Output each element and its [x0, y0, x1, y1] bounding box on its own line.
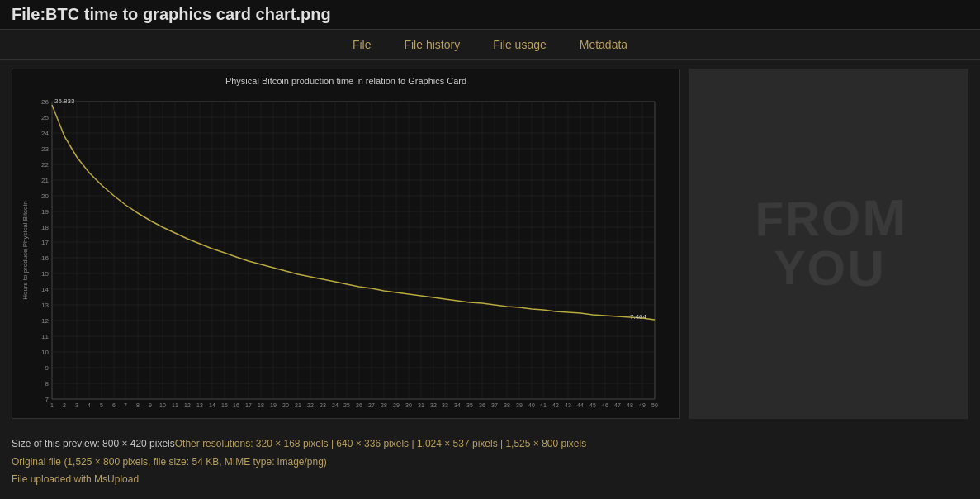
svg-text:30: 30 — [405, 402, 412, 408]
resolution-link-2[interactable]: 640 × 336 pixels — [336, 438, 409, 449]
resolution-link-1[interactable]: 320 × 168 pixels — [256, 438, 329, 449]
svg-text:10: 10 — [41, 349, 49, 356]
original-file-link[interactable]: Original file — [12, 456, 61, 468]
svg-text:25: 25 — [41, 114, 49, 121]
svg-text:14: 14 — [41, 286, 49, 293]
svg-text:23: 23 — [41, 145, 49, 153]
preview-info-line: Size of this preview: 800 × 420 pixelsOt… — [12, 435, 968, 454]
file-info: Size of this preview: 800 × 420 pixelsOt… — [0, 427, 980, 497]
svg-text:7: 7 — [45, 396, 50, 403]
svg-text:33: 33 — [442, 402, 448, 408]
svg-text:6: 6 — [112, 402, 116, 408]
svg-text:16: 16 — [41, 254, 49, 262]
svg-text:9: 9 — [45, 364, 50, 372]
svg-text:26: 26 — [356, 402, 362, 408]
preview-label: Size of this preview: — [12, 438, 102, 449]
svg-text:12: 12 — [41, 317, 49, 325]
svg-text:Number of Graphics Cards: Number of Graphics Cards — [314, 410, 392, 411]
svg-text:23: 23 — [320, 402, 326, 408]
svg-text:1: 1 — [50, 402, 54, 408]
svg-text:3: 3 — [75, 402, 78, 408]
svg-text:14: 14 — [209, 402, 215, 408]
svg-text:8: 8 — [136, 402, 140, 408]
original-file-line: Original file (1,525 × 800 pixels, file … — [12, 454, 968, 472]
svg-text:21: 21 — [295, 402, 301, 408]
tab-file-usage[interactable]: File usage — [493, 38, 547, 51]
page-title: File:BTC time to graphics card chart.png — [12, 5, 968, 24]
svg-text:43: 43 — [565, 402, 571, 408]
svg-text:20: 20 — [282, 402, 289, 408]
svg-text:37: 37 — [491, 402, 498, 408]
svg-text:46: 46 — [602, 402, 608, 408]
svg-text:18: 18 — [41, 224, 49, 231]
resolution-link-4[interactable]: 1,525 × 800 pixels — [505, 438, 586, 449]
svg-text:42: 42 — [552, 402, 559, 408]
svg-text:47: 47 — [614, 402, 621, 408]
svg-text:22: 22 — [41, 161, 49, 169]
svg-text:38: 38 — [504, 402, 510, 408]
svg-text:44: 44 — [577, 402, 584, 408]
svg-text:31: 31 — [418, 402, 424, 408]
chart-container: 7 8 9 10 11 12 13 14 15 16 17 18 19 20 2… — [19, 89, 663, 411]
svg-text:15: 15 — [41, 270, 49, 278]
svg-text:45: 45 — [589, 402, 596, 408]
svg-text:49: 49 — [639, 402, 646, 408]
svg-text:22: 22 — [307, 402, 314, 408]
svg-text:36: 36 — [479, 402, 485, 408]
svg-text:19: 19 — [270, 402, 277, 408]
svg-text:29: 29 — [393, 402, 400, 408]
svg-text:7.464: 7.464 — [630, 313, 647, 321]
svg-text:13: 13 — [196, 402, 203, 408]
original-file-details: (1,525 × 800 pixels, file size: 54 KB, M… — [64, 456, 327, 468]
resolution-link-3[interactable]: 1,024 × 537 pixels — [417, 438, 498, 449]
main-content: Physical Bitcoin production time in rela… — [0, 60, 980, 427]
svg-text:10: 10 — [159, 402, 166, 408]
svg-text:41: 41 — [540, 402, 547, 408]
tab-file-history[interactable]: File history — [404, 38, 460, 51]
svg-text:2: 2 — [63, 402, 66, 408]
tab-file[interactable]: File — [353, 38, 372, 51]
tab-metadata[interactable]: Metadata — [580, 38, 627, 51]
svg-text:40: 40 — [528, 402, 535, 408]
svg-text:Hours to produce Physical Bitc: Hours to produce Physical Bitcoin — [21, 201, 29, 300]
svg-text:11: 11 — [172, 402, 178, 408]
svg-text:28: 28 — [381, 402, 387, 408]
svg-text:32: 32 — [430, 402, 437, 408]
nav-tabs: File File history File usage Metadata — [0, 30, 980, 60]
svg-rect-0 — [19, 89, 663, 411]
svg-text:5: 5 — [100, 402, 103, 408]
chart-title: Physical Bitcoin production time in rela… — [19, 76, 673, 86]
svg-text:20: 20 — [41, 192, 49, 200]
svg-text:25.833: 25.833 — [54, 97, 75, 105]
svg-text:18: 18 — [258, 402, 264, 408]
svg-text:12: 12 — [184, 402, 191, 408]
sidebar-decorative-text: FROMYOU — [755, 192, 907, 295]
svg-text:8: 8 — [45, 380, 50, 387]
svg-text:39: 39 — [516, 402, 523, 408]
svg-text:35: 35 — [466, 402, 473, 408]
svg-text:13: 13 — [41, 302, 49, 309]
svg-text:50: 50 — [651, 402, 658, 408]
preview-size: 800 × 420 pixels — [102, 438, 175, 449]
svg-text:17: 17 — [41, 239, 49, 246]
svg-text:11: 11 — [41, 333, 49, 340]
chart-area: Physical Bitcoin production time in rela… — [12, 69, 680, 419]
svg-text:26: 26 — [41, 98, 49, 106]
svg-text:24: 24 — [332, 402, 339, 408]
svg-text:25: 25 — [343, 402, 350, 408]
svg-text:4: 4 — [88, 402, 91, 408]
title-bar: File:BTC time to graphics card chart.png — [0, 0, 980, 30]
upload-info: File uploaded with MsUpload — [12, 471, 968, 489]
svg-text:21: 21 — [41, 177, 49, 184]
svg-text:16: 16 — [233, 402, 239, 408]
svg-text:24: 24 — [41, 130, 49, 137]
sidebar-image: FROMYOU — [689, 69, 968, 419]
svg-text:9: 9 — [149, 402, 152, 408]
svg-text:17: 17 — [245, 402, 252, 408]
svg-text:7: 7 — [124, 402, 127, 408]
svg-text:15: 15 — [221, 402, 228, 408]
svg-text:19: 19 — [41, 208, 49, 216]
svg-text:27: 27 — [368, 402, 375, 408]
other-res-label: Other resolutions: — [175, 438, 256, 449]
svg-text:34: 34 — [454, 402, 461, 408]
